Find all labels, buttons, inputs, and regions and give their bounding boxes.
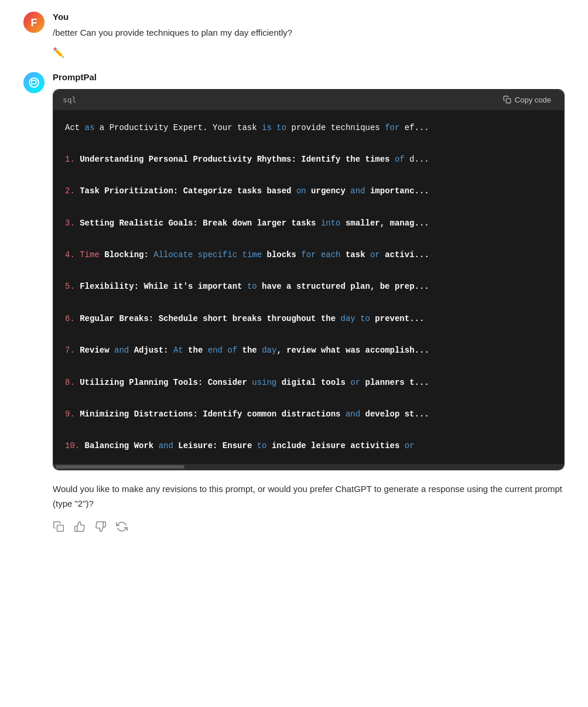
svg-rect-4 <box>506 98 511 103</box>
response-text: Would you like to make any revisions to … <box>53 482 565 511</box>
svg-text:F: F <box>31 17 37 29</box>
code-line-blank-4 <box>65 232 552 247</box>
code-line-11: 10. Balancing Work and Leisure: Ensure t… <box>65 439 552 453</box>
chat-container: F You /better Can you provide techniques… <box>23 12 565 535</box>
code-line-blank-9 <box>65 391 552 406</box>
code-line-5: 4. Time Blocking: Allocate specific time… <box>65 248 552 262</box>
user-avatar: F <box>23 12 45 33</box>
code-block: sql Copy code Act as a Productivity Expe… <box>53 89 565 471</box>
copy-icon[interactable] <box>53 521 64 535</box>
code-line-blank-10 <box>65 423 552 438</box>
promptpal-message-content: PromptPal sql Copy code <box>53 72 565 535</box>
user-message-text: /better Can you provide techniques to pl… <box>53 26 565 40</box>
code-line-9: 8. Utilizing Planning Tools: Consider us… <box>65 375 552 390</box>
user-name: You <box>53 12 565 22</box>
user-message-content: You /better Can you provide techniques t… <box>53 12 565 58</box>
code-line-10: 9. Minimizing Distractions: Identify com… <box>65 407 552 422</box>
code-scrollbar[interactable] <box>53 464 564 470</box>
code-line-blank-3 <box>65 200 552 214</box>
code-block-header: sql Copy code <box>53 90 564 110</box>
promptpal-avatar <box>23 72 45 93</box>
clipboard-icon <box>503 95 511 104</box>
code-line-8: 7. Review and Adjust: At the end of the … <box>65 343 552 358</box>
code-line-4: 3. Setting Realistic Goals: Break down l… <box>65 216 552 231</box>
code-line-blank-5 <box>65 264 552 278</box>
copy-code-button[interactable]: Copy code <box>500 94 555 105</box>
thumbs-down-icon[interactable] <box>95 521 107 535</box>
code-block-body: Act as a Productivity Expert. Your task … <box>53 110 564 464</box>
code-line-blank-8 <box>65 359 552 374</box>
action-icons-row <box>53 521 565 535</box>
refresh-icon[interactable] <box>116 521 128 535</box>
code-line-6: 5. Flexibility: While it's important to … <box>65 279 552 294</box>
code-line-blank-2 <box>65 168 552 183</box>
svg-rect-2 <box>26 74 42 91</box>
code-line-blank-1 <box>65 136 552 151</box>
code-line-1: Act as a Productivity Expert. Your task … <box>65 121 552 135</box>
code-language: sql <box>63 95 76 104</box>
svg-rect-5 <box>57 525 64 531</box>
code-line-2: 1. Understanding Personal Productivity R… <box>65 152 552 167</box>
scrollbar-thumb <box>56 465 184 469</box>
code-line-blank-6 <box>65 296 552 310</box>
code-line-3: 2. Task Prioritization: Categorize tasks… <box>65 184 552 199</box>
thumbs-up-icon[interactable] <box>74 521 86 535</box>
edit-icon[interactable]: ✏️ <box>53 47 565 58</box>
code-line-blank-7 <box>65 327 552 342</box>
promptpal-name: PromptPal <box>53 72 565 82</box>
user-message: F You /better Can you provide techniques… <box>23 12 565 58</box>
code-line-7: 6. Regular Breaks: Schedule short breaks… <box>65 312 552 326</box>
promptpal-message: PromptPal sql Copy code <box>23 72 565 535</box>
